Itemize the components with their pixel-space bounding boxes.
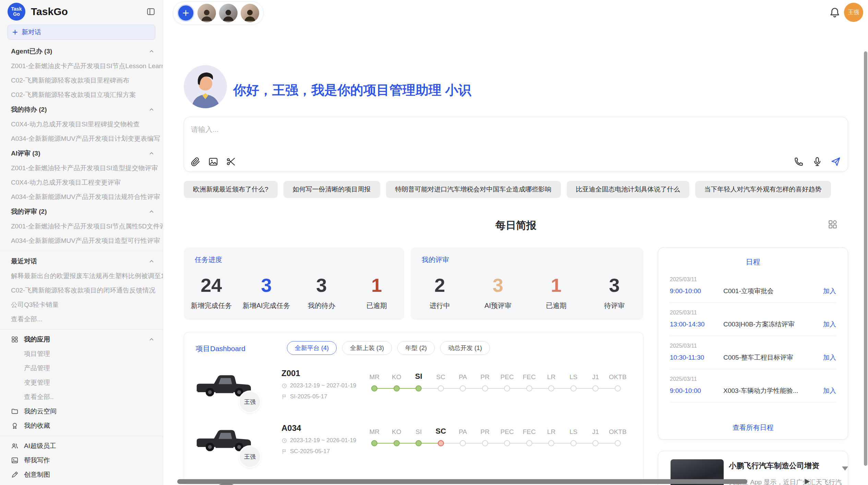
sidebar-item[interactable]: C02-飞腾新能源轻客改款项目立项汇报方案 <box>0 88 163 102</box>
suggestion-chip[interactable]: 特朗普可能对进口汽车增税会对中国车企造成哪些影响 <box>386 181 561 198</box>
vertical-scrollbar[interactable] <box>864 51 867 466</box>
suggestion-chip[interactable]: 当下年轻人对汽车外观有怎样的喜好趋势 <box>695 181 831 198</box>
sidebar-item[interactable]: A034-全新新能源MUV产品开发项目法规符合性评审 <box>0 190 163 204</box>
horizontal-scrollbar[interactable] <box>177 479 747 484</box>
milestone-dot-lr <box>548 385 554 391</box>
milestone-dot-sc <box>438 440 444 446</box>
milestone-label: SI <box>408 372 430 381</box>
sidebar-item-my-apps[interactable]: 我的应用 <box>0 332 163 347</box>
send-icon[interactable] <box>831 157 841 167</box>
user-avatar[interactable]: 王强 <box>844 3 863 22</box>
sidebar-item-folder[interactable]: 我的云空间 <box>0 404 163 419</box>
suggestion-chip[interactable]: 比亚迪全固态电池计划具体说了什么 <box>567 181 689 198</box>
sidebar-item[interactable]: Z001-全新燃油轻卡产品开发项目SI造型提交物评审 <box>0 161 163 175</box>
sidebar-item[interactable]: Z001-全新燃油轻卡产品开发项目SI节点属性5D文件评审 <box>0 219 163 234</box>
milestone-dot-mr <box>371 385 377 391</box>
dashboard-filter-chip[interactable]: 年型 (2) <box>397 341 435 355</box>
add-member-button[interactable] <box>177 4 194 22</box>
sidebar-item[interactable]: A034-全新新能源MUV产品开发项目计划变更表编写 <box>0 132 163 146</box>
schedule-date: 2025/03/11 <box>670 376 836 382</box>
project-row[interactable]: 王强 A034 2023-12-19 ~ 2026-01-19 SC-2025-… <box>184 421 643 476</box>
project-milestone-flag: SC-2025-05-17 <box>281 448 330 455</box>
suggestion-chip[interactable]: 如何写一份清晰的项目周报 <box>284 181 380 198</box>
project-row[interactable]: 王强 Z001 2023-12-19 ~ 2027-01-19 SI-2025-… <box>184 366 643 421</box>
card-title: 任务进度 <box>195 255 222 264</box>
logo-line1: Task <box>11 7 22 12</box>
microphone-icon[interactable] <box>812 157 822 167</box>
sidebar-tool-img[interactable]: 帮我写作 <box>0 453 163 468</box>
sidebar-item[interactable]: 产品管理 <box>0 361 163 375</box>
schedule-time: 9:00-10:00 <box>670 387 723 395</box>
sidebar-item-medal[interactable]: 我的收藏 <box>0 419 163 433</box>
schedule-card: 日程 2025/03/119:00-10:00C001-立项审批会加入2025/… <box>658 247 848 440</box>
dashboard-filter-chip[interactable]: 动总开发 (1) <box>440 341 490 355</box>
sidebar-divider <box>0 251 163 251</box>
attachment-icon[interactable] <box>190 157 201 167</box>
milestone-label: SI <box>408 428 430 436</box>
milestone-label: KO <box>386 373 408 381</box>
phone-call-icon[interactable] <box>794 157 804 167</box>
scroll-down-arrow-icon[interactable] <box>842 467 848 471</box>
sidebar-item[interactable]: C0X4-动力总成开发项目工程变更评审 <box>0 175 163 190</box>
dashboard-filter-chip[interactable]: 全新平台 (4) <box>287 341 337 355</box>
join-link[interactable]: 加入 <box>823 320 836 329</box>
join-link[interactable]: 加入 <box>823 353 836 362</box>
notification-bell-icon[interactable] <box>829 7 841 18</box>
logo-line2: Go <box>13 12 20 17</box>
sidebar-tool-pen[interactable]: 创意制图 <box>0 468 163 482</box>
milestone-dot-oktb <box>615 385 621 391</box>
sidebar-item[interactable]: 公司Q3轻卡销量 <box>0 298 163 312</box>
sidebar-section-header[interactable]: AI评审 (3) <box>0 146 163 161</box>
sidebar-divider <box>0 436 163 436</box>
project-dashboard-card: 项目Dashboard 全新平台 (4)全新上装 (3)年型 (2)动总开发 (… <box>184 332 643 485</box>
sidebar-section-header[interactable]: Agent已办 (3) <box>0 44 163 59</box>
stat-item: 3AI预评审 <box>469 265 527 320</box>
stat-item: 2进行中 <box>411 265 469 320</box>
sidebar-recent-header[interactable]: 最近对话 <box>0 254 163 269</box>
schedule-name: C001-立项审批会 <box>723 287 823 296</box>
sidebar-section-header[interactable]: 我的评审 (2) <box>0 204 163 219</box>
milestone-label: LS <box>563 428 585 436</box>
stat-label: 新增完成任务 <box>191 301 232 310</box>
sidebar-item[interactable]: C02-飞腾新能源轻客改款项目里程碑画布 <box>0 73 163 88</box>
member-avatar-3[interactable] <box>241 4 259 22</box>
milestone-dot-pr <box>482 440 488 446</box>
flag-icon <box>281 394 287 400</box>
new-chat-button[interactable]: 新对话 <box>8 25 155 40</box>
stat-item: 24新增完成任务 <box>184 265 239 320</box>
sidebar-item[interactable]: 查看全部.. <box>0 390 163 404</box>
join-link[interactable]: 加入 <box>823 386 836 395</box>
sidebar-item[interactable]: 查看全部... <box>0 312 163 326</box>
sidebar-tool-people[interactable]: AI超级员工 <box>0 439 163 453</box>
suggestion-chip[interactable]: 欧洲新规最近颁布了什么? <box>184 181 278 198</box>
member-avatar-1[interactable] <box>197 4 216 22</box>
sidebar-item[interactable]: 项目管理 <box>0 347 163 361</box>
milestone-label: J1 <box>584 373 607 381</box>
sidebar-tool-label: 创意制图 <box>24 470 155 479</box>
new-chat-label: 新对话 <box>22 28 41 37</box>
sidebar-item[interactable]: A034-全新新能源MUV产品开发项目造型可行性评审 <box>0 234 163 248</box>
dashboard-filter-chip[interactable]: 全新上装 (3) <box>342 341 392 355</box>
sidebar-item[interactable]: C0X4-动力总成开发项目SI里程碑提交物检查 <box>0 117 163 132</box>
milestone-dot-pa <box>460 385 466 391</box>
screenshot-scissors-icon[interactable] <box>226 157 236 167</box>
image-upload-icon[interactable] <box>208 157 218 167</box>
scroll-right-arrow-icon[interactable] <box>805 479 810 484</box>
pen-icon <box>11 471 19 478</box>
stat-value: 3 <box>493 275 503 296</box>
sidebar-item[interactable]: 变更管理 <box>0 375 163 390</box>
milestone-label: PEC <box>496 428 518 436</box>
sidebar-collapse-icon[interactable] <box>146 7 155 16</box>
sidebar-item[interactable]: C02-飞腾新能源轻客改款项目的闭环通告反馈情况 <box>0 283 163 298</box>
schedule-entry: 2025/03/119:00-10:00C001-立项审批会加入 <box>658 270 848 303</box>
sidebar-section-header[interactable]: 我的待办 (2) <box>0 102 163 117</box>
sidebar-item[interactable]: 解释最新出台的欧盟报废车法规再生塑料比例被调至15%... <box>0 269 163 283</box>
join-link[interactable]: 加入 <box>823 287 836 296</box>
stat-value: 3 <box>261 275 272 296</box>
sidebar-tool-label: 帮我写作 <box>24 456 155 465</box>
sidebar-item[interactable]: Z001-全新燃油皮卡产品开发项目SI节点Lesson Learn报告 <box>0 59 163 73</box>
chat-input[interactable] <box>190 122 602 137</box>
member-avatar-2[interactable] <box>219 4 238 22</box>
view-all-schedule-link[interactable]: 查看所有日程 <box>658 423 848 432</box>
layout-grid-icon[interactable] <box>828 219 838 229</box>
